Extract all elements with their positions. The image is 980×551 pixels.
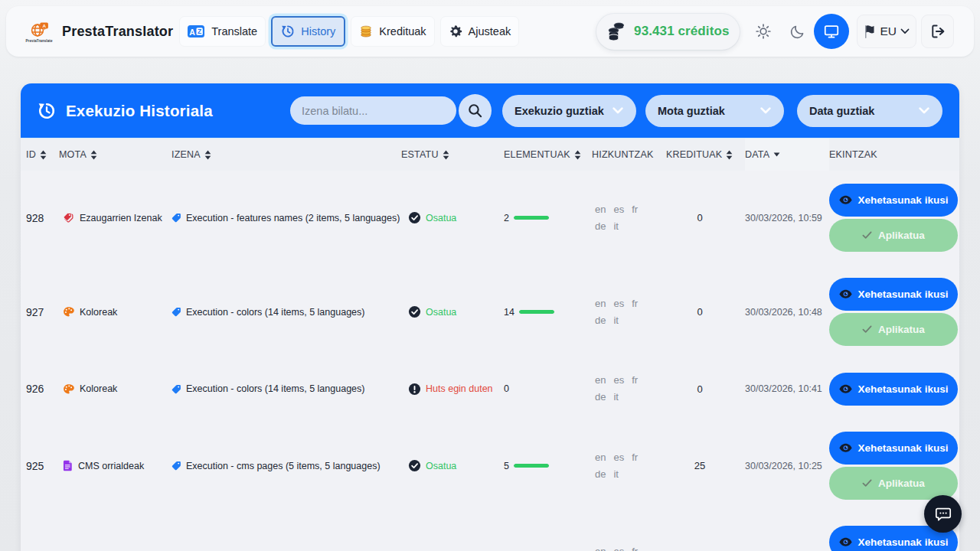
row-status-label: Huts egin duten <box>426 383 493 394</box>
filter-dropdown-3[interactable]: Data guztiak <box>797 95 942 127</box>
table-body: 928 Ezaugarrien Izenak Execution - featu… <box>21 171 959 551</box>
sort-icon <box>204 150 211 160</box>
row-name: Execution - cms pages (5 items, 5 langua… <box>172 461 401 471</box>
language-code: EU <box>880 24 897 38</box>
credits-pill[interactable]: 93.431 créditos <box>596 14 740 50</box>
row-id: 925 <box>26 460 59 472</box>
row-languages: enesfrdeit <box>592 295 666 329</box>
monitor-icon <box>823 23 840 40</box>
column-label: MOTA <box>59 149 87 160</box>
coins-icon <box>359 24 373 38</box>
chat-button[interactable] <box>924 495 962 533</box>
search-input[interactable] <box>290 96 456 125</box>
row-id: 926 <box>26 383 59 395</box>
svg-text:A: A <box>189 28 195 37</box>
card-title-wrap: Exekuzio Historiala <box>38 102 213 120</box>
check-icon <box>862 479 872 487</box>
theme-light-button[interactable] <box>746 15 780 48</box>
column-header-mota[interactable]: MOTA <box>59 149 172 160</box>
column-header-izena[interactable]: IZENA <box>172 149 401 160</box>
row-elements-count: 14 <box>504 307 514 318</box>
sort-icon <box>443 150 449 160</box>
coins-stack-icon <box>606 21 626 41</box>
credits-balance: 93.431 créditos <box>634 24 729 39</box>
row-id: 928 <box>26 212 59 224</box>
row-status: Osatua <box>401 459 504 472</box>
filter-label: Data guztiak <box>809 105 874 117</box>
sort-icon <box>574 150 581 160</box>
nav-item-history[interactable]: History <box>271 16 345 47</box>
language-code: it <box>613 466 619 483</box>
row-languages: enesfrdeit <box>592 201 666 235</box>
column-header-id[interactable]: ID <box>26 149 59 160</box>
navbar: A PrestaTranslate PrestaTranslator A Z T… <box>6 6 974 57</box>
svg-text:A: A <box>42 23 46 28</box>
search-button[interactable] <box>459 94 492 127</box>
row-type-label: CMS orrialdeak <box>78 461 144 471</box>
exclamation-circle-icon <box>408 383 421 396</box>
applied-button[interactable]: Aplikatua <box>829 313 958 346</box>
language-code: it <box>613 218 619 235</box>
column-header-elementuak[interactable]: ELEMENTUAK <box>504 149 592 160</box>
brand-title: PrestaTranslator <box>62 24 173 40</box>
brand: A PrestaTranslate PrestaTranslator <box>26 20 173 43</box>
language-code: en <box>595 449 606 466</box>
table-header: ID MOTA IZENA ESTATU ELEMENTUAK HIZKUNTZ… <box>21 138 959 171</box>
row-date: 30/03/2026, 10:59 <box>745 213 829 223</box>
language-code: en <box>595 295 606 312</box>
column-header-data[interactable]: DATA <box>745 139 829 171</box>
history-icon <box>281 24 295 38</box>
view-details-button[interactable]: Xehetasunak ikusi <box>829 278 958 311</box>
language-code: fr <box>632 201 638 218</box>
column-header-estatu[interactable]: ESTATU <box>401 149 504 160</box>
logout-button[interactable] <box>921 15 954 48</box>
main-nav: A Z Translate History Kredituak Ajusteak <box>179 16 519 47</box>
row-credits: 0 <box>666 212 745 223</box>
filter-dropdown-2[interactable]: Mota guztiak <box>645 95 784 127</box>
language-code: it <box>613 389 619 406</box>
chat-icon <box>934 505 952 523</box>
filter-dropdown-1[interactable]: Exekuzio guztiak <box>502 95 636 127</box>
tag-icon <box>172 213 181 223</box>
nav-item-translate[interactable]: A Z Translate <box>179 16 266 47</box>
tag-icon <box>172 384 181 394</box>
chevron-down-icon <box>919 107 929 114</box>
eye-icon <box>839 443 852 453</box>
view-details-button[interactable]: Xehetasunak ikusi <box>829 373 958 406</box>
row-status-label: Osatua <box>426 461 456 471</box>
language-code: en <box>595 543 606 551</box>
row-type: Ezaugarrien Izenak <box>59 212 172 223</box>
row-type-label: Ezaugarrien Izenak <box>80 213 162 223</box>
sort-icon <box>90 150 97 160</box>
language-code: es <box>613 201 624 218</box>
row-credits: 0 <box>666 383 745 395</box>
column-label: DATA <box>745 149 769 160</box>
row-name: Execution - colors (14 items, 5 language… <box>172 307 401 318</box>
row-actions: Xehetasunak ikusi Aplikatua <box>829 432 959 500</box>
row-credits: 0 <box>666 306 745 318</box>
language-selector[interactable]: EU <box>857 15 916 48</box>
nav-item-kredituak[interactable]: Kredituak <box>351 16 434 47</box>
view-details-label: Xehetasunak ikusi <box>858 194 949 206</box>
view-details-label: Xehetasunak ikusi <box>858 289 949 300</box>
nav-item-label: Translate <box>211 25 257 37</box>
row-name-label: Execution - colors (14 items, 5 language… <box>186 383 364 394</box>
nav-item-ajusteak[interactable]: Ajusteak <box>440 16 520 47</box>
row-languages: enesfrdeit <box>592 449 666 483</box>
column-header-ekintzak: EKINTZAK <box>829 149 959 160</box>
view-details-button[interactable]: Xehetasunak ikusi <box>829 432 958 465</box>
chevron-down-icon <box>900 28 910 34</box>
row-credits: 25 <box>666 460 745 471</box>
moon-icon <box>789 24 805 40</box>
row-elements-count: 2 <box>504 213 509 223</box>
progress-bar <box>519 310 554 314</box>
svg-text:Z: Z <box>198 28 201 35</box>
applied-button[interactable]: Aplikatua <box>829 219 958 252</box>
theme-system-button[interactable] <box>814 14 849 49</box>
column-header-kredituak[interactable]: KREDITUAK <box>666 149 745 160</box>
eye-icon <box>839 289 852 299</box>
view-details-button[interactable]: Xehetasunak ikusi <box>829 184 958 217</box>
row-elements-count: 5 <box>504 461 509 471</box>
nav-item-label: Kredituak <box>379 25 426 37</box>
theme-dark-button[interactable] <box>780 15 814 48</box>
